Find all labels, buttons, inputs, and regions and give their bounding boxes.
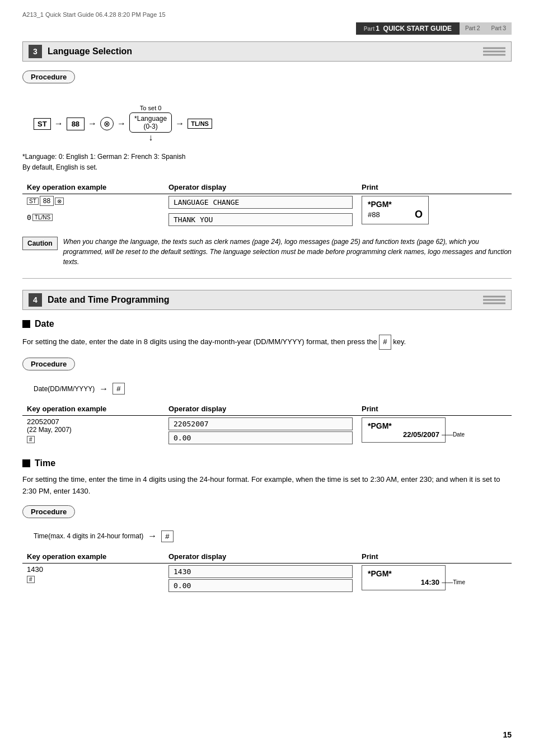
- page-number: 15: [503, 730, 512, 739]
- display-thank-you: THANK YOU: [168, 213, 353, 226]
- date-display-2: 0.00: [168, 431, 353, 444]
- time-subtitle: Time: [22, 458, 512, 468]
- print-cell-1: *PGM* #88 O: [357, 194, 512, 229]
- date-flow-arrow: →: [99, 384, 108, 394]
- time-square-icon: [22, 459, 30, 467]
- flow-arrow3: →: [117, 119, 126, 129]
- date-key-cell: 22052007 (22 May, 2007) #: [22, 416, 164, 448]
- time-print-time-row: 14:30 ——Time: [368, 578, 439, 586]
- flow-88-box: 88: [67, 118, 85, 130]
- caution-label: Caution: [22, 237, 58, 250]
- date-label: ——Date: [442, 431, 465, 438]
- flow-language-label: *Language: [134, 115, 167, 123]
- time-desc-text: For setting the time, enter the time in …: [22, 475, 500, 495]
- date-hash-inline: #: [379, 335, 391, 350]
- procedure-label: Procedure: [31, 73, 67, 81]
- date-key-value: 22052007: [27, 417, 160, 426]
- key-st: ST: [27, 198, 39, 205]
- part2-inactive: Part2: [460, 22, 485, 35]
- date-key-hash-wrapper: #: [27, 435, 160, 443]
- section3-title: Language Selection: [48, 46, 132, 57]
- key-tlns: TL/NS: [32, 214, 53, 221]
- table-row: 22052007 (22 May, 2007) # 22052007 0.00 …: [22, 416, 512, 448]
- flow-tlns-box: TL/NS: [188, 119, 212, 129]
- time-subtitle-text: Time: [35, 458, 55, 468]
- table-row: 1430 # 1430 0.00 *PGM* 14:30 ——Time: [22, 563, 512, 595]
- time-procedure-btn: Procedure: [22, 505, 75, 518]
- date-key-sub: (22 May, 2007): [27, 426, 160, 434]
- date-flow: Date(DD/MM/YYYY) → #: [34, 383, 512, 395]
- time-print-pgm: *PGM*: [368, 569, 439, 578]
- key-88: 88: [40, 196, 54, 206]
- time-procedure-label: Procedure: [31, 508, 67, 516]
- flow-arrow2: →: [88, 119, 97, 129]
- date-square-icon: [22, 320, 30, 328]
- display-lang-change: LANGUAGE CHANGE: [168, 196, 353, 209]
- col-print-header: Print: [357, 181, 512, 194]
- key-cell-2: 0 TL/NS: [22, 212, 164, 229]
- print-hash88: #88: [368, 210, 380, 219]
- date-desc: For setting the date, enter the date in …: [22, 335, 512, 350]
- lang-note2: By default, English is set.: [22, 162, 512, 173]
- time-label: ——Time: [442, 579, 465, 585]
- time-flow: Time(max. 4 digits in 24-hour format) → …: [34, 530, 512, 542]
- key-cell-1: ST 88 ⊗: [22, 194, 164, 212]
- time-key-value: 1430: [27, 565, 160, 574]
- section3-flow: ST → 88 → ⊗ → To set 0 *Language (0-3) ↓…: [34, 95, 512, 143]
- part3-inactive: Part3: [486, 22, 512, 35]
- date-print-date-row: 22/05/2007 ——Date: [368, 430, 439, 439]
- section4-number: 4: [29, 293, 42, 307]
- key-x: ⊗: [55, 198, 64, 205]
- divider: [22, 278, 512, 279]
- date-flow-label: Date(DD/MM/YYYY): [34, 385, 95, 393]
- caution-box: Caution When you change the language, th…: [22, 237, 512, 267]
- section3-number: 3: [29, 45, 42, 58]
- time-flow-hash: #: [161, 530, 173, 542]
- date-procedure-btn: Procedure: [22, 358, 75, 370]
- date-print-pgm: *PGM*: [368, 421, 439, 430]
- time-print-time: 14:30: [421, 578, 439, 586]
- section3-flow-row: ST → 88 → ⊗ → To set 0 *Language (0-3) ↓…: [34, 105, 512, 143]
- section3-header: 3 Language Selection: [22, 41, 512, 62]
- time-display-2: 0.00: [168, 579, 353, 592]
- lang-note1: *Language: 0: English 1: German 2: Frenc…: [22, 152, 512, 162]
- flow-st-box: ST: [34, 118, 51, 130]
- date-col-print: Print: [357, 402, 512, 416]
- date-desc2: key.: [393, 337, 406, 346]
- section3-decoration: [483, 48, 505, 56]
- file-info: A213_1 Quick Start Guide 06.4.28 8:20 PM…: [22, 11, 512, 18]
- header-nav: Part1 QUICK START GUIDE Part2 Part3: [22, 22, 512, 35]
- date-print-wrapper: *PGM* 22/05/2007 ——Date: [362, 417, 446, 443]
- section3-procedure-btn: Procedure: [22, 71, 75, 83]
- time-display-1: 1430: [168, 565, 353, 578]
- print-box-1: *PGM* #88 O: [362, 196, 429, 224]
- flow-arrow1: →: [54, 119, 63, 129]
- flow-x-circle: ⊗: [100, 117, 114, 130]
- time-print-box: *PGM* 14:30 ——Time: [362, 565, 446, 590]
- key-example-1: ST 88 ⊗: [27, 196, 64, 206]
- date-desc-text: For setting the date, enter the date in …: [22, 337, 377, 346]
- date-display-1: 22052007: [168, 417, 353, 430]
- time-col-key: Key operation example: [22, 550, 164, 564]
- date-flow-hash: #: [113, 383, 124, 395]
- section4-decoration: [483, 296, 505, 304]
- date-procedure-label: Procedure: [31, 360, 67, 368]
- table-row: ST 88 ⊗ LANGUAGE CHANGE *PGM* #88 O: [22, 194, 512, 212]
- date-key-hash: #: [27, 436, 35, 443]
- flow-to-set: To set 0: [140, 105, 162, 111]
- section3-table: Key operation example Operator display P…: [22, 181, 512, 229]
- time-flow-label: Time(max. 4 digits in 24-hour format): [34, 532, 143, 540]
- part2-text: 2: [476, 25, 480, 31]
- date-print-box: *PGM* 22/05/2007 ——Date: [362, 417, 446, 443]
- print-o: O: [415, 209, 423, 220]
- time-display-cell: 1430 0.00: [164, 563, 357, 595]
- time-flow-arrow: →: [148, 531, 157, 541]
- part1-text: QUICK START GUIDE: [383, 25, 452, 32]
- time-table: Key operation example Operator display P…: [22, 550, 512, 595]
- time-key-hash-wrapper: #: [27, 575, 160, 583]
- flow-arrow4: →: [175, 119, 184, 129]
- date-print-date: 22/05/2007: [403, 430, 439, 439]
- lang-note: *Language: 0: English 1: German 2: Frenc…: [22, 152, 512, 173]
- date-subtitle-text: Date: [35, 319, 54, 329]
- part3-label: Part: [491, 25, 502, 31]
